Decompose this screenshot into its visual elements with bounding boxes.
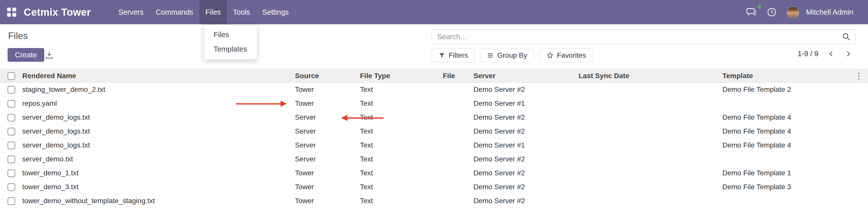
row-checkbox[interactable] [8, 142, 15, 149]
cell-template: Demo File Template 4 [716, 124, 868, 139]
table-row[interactable]: server_demo.txt Server Text Demo Server … [0, 152, 868, 166]
messages-icon[interactable]: 4 [746, 7, 756, 18]
cell-source: Server [289, 124, 354, 139]
filters-button[interactable]: Filters [432, 49, 475, 62]
files-list-table: Rendered Name Source File Type File Serv… [0, 69, 868, 208]
cell-source: Tower [289, 180, 354, 194]
column-header-file[interactable]: File [437, 69, 467, 83]
search-icon[interactable] [842, 32, 850, 41]
cell-template: Demo File Template 3 [716, 180, 868, 194]
pager-previous-button[interactable] [828, 50, 835, 58]
chevron-right-icon [844, 50, 852, 58]
cell-file-type: Text [354, 124, 437, 139]
table-row[interactable]: tower_demo_3.txt Tower Text Demo Server … [0, 180, 868, 194]
cell-server: Demo Server #1 [467, 139, 572, 152]
cell-source: Server [289, 139, 354, 152]
column-header-server[interactable]: Server [467, 69, 572, 83]
dropdown-item-templates[interactable]: Templates [204, 42, 257, 56]
cell-last-sync-date [572, 124, 716, 139]
group-by-bars-icon [487, 52, 494, 59]
table-row[interactable]: tower_demo_without_template_staging.txt … [0, 194, 868, 208]
table-row[interactable]: server_demo_logs.txt Server Text Demo Se… [0, 139, 868, 152]
activities-clock-icon[interactable] [767, 7, 777, 17]
cell-last-sync-date [572, 111, 716, 124]
cell-template: Demo File Template 4 [716, 139, 868, 152]
cell-rendered-name: server_demo.txt [16, 152, 289, 166]
cell-file [437, 152, 467, 166]
download-icon [45, 51, 54, 60]
row-checkbox[interactable] [8, 114, 15, 121]
row-checkbox[interactable] [8, 86, 15, 94]
table-row[interactable]: tower_demo_1.txt Tower Text Demo Server … [0, 166, 868, 180]
row-checkbox[interactable] [8, 128, 15, 135]
cell-file [437, 111, 467, 124]
cell-server: Demo Server #2 [467, 83, 572, 97]
cell-last-sync-date [572, 152, 716, 166]
cell-source: Tower [289, 97, 354, 111]
cell-file-type: Text [354, 152, 437, 166]
cell-file [437, 139, 467, 152]
table-row[interactable]: server_demo_logs.txt Server Text Demo Se… [0, 124, 868, 139]
cell-server: Demo Server #2 [467, 111, 572, 124]
cell-last-sync-date [572, 139, 716, 152]
cell-last-sync-date [572, 180, 716, 194]
chat-bubble-icon [746, 7, 756, 18]
app-brand[interactable]: Cetmix Tower [24, 7, 91, 18]
row-checkbox[interactable] [8, 183, 15, 191]
cell-server: Demo Server #1 [467, 97, 572, 111]
row-checkbox[interactable] [8, 100, 15, 108]
row-checkbox[interactable] [8, 170, 15, 177]
main-menu: Servers Commands Files Tools Settings [112, 0, 295, 24]
row-checkbox[interactable] [8, 197, 15, 205]
create-button[interactable]: Create [8, 48, 44, 62]
user-avatar[interactable] [787, 6, 799, 18]
cell-file-type: Text [354, 97, 437, 111]
pager-range: 1-9 / 9 [798, 50, 818, 58]
cell-rendered-name: server_demo_logs.txt [16, 111, 289, 124]
table-row[interactable]: server_demo_logs.txt Server Text Demo Se… [0, 111, 868, 124]
cell-file [437, 124, 467, 139]
column-header-rendered-name[interactable]: Rendered Name [16, 69, 289, 83]
search-input[interactable] [437, 33, 842, 41]
cell-rendered-name: tower_demo_1.txt [16, 166, 289, 180]
cell-rendered-name: server_demo_logs.txt [16, 139, 289, 152]
cell-file-type: Text [354, 180, 437, 194]
cell-source: Server [289, 152, 354, 166]
menu-settings[interactable]: Settings [256, 0, 295, 24]
table-header-row: Rendered Name Source File Type File Serv… [0, 69, 868, 83]
menu-tools[interactable]: Tools [227, 0, 256, 24]
cell-server: Demo Server #2 [467, 194, 572, 208]
column-header-template[interactable]: Template [716, 69, 868, 83]
star-icon [547, 52, 554, 59]
apps-grid-icon[interactable] [7, 8, 16, 17]
filter-bar: Filters Group By Favorites [432, 49, 593, 62]
menu-files[interactable]: Files [199, 0, 227, 24]
page-title: Files [8, 30, 28, 41]
cell-last-sync-date [572, 83, 716, 97]
column-options-toggle-icon[interactable]: ⋮ [854, 70, 864, 82]
table-row[interactable]: repos.yaml Tower Text Demo Server #1 [0, 97, 868, 111]
cell-file [437, 83, 467, 97]
user-name[interactable]: Mitchell Admin [806, 8, 853, 17]
menu-commands[interactable]: Commands [150, 0, 199, 24]
menu-servers[interactable]: Servers [112, 0, 150, 24]
table-row[interactable]: staging_tower_demo_2.txt Tower Text Demo… [0, 83, 868, 97]
cell-last-sync-date [572, 166, 716, 180]
cell-rendered-name: tower_demo_without_template_staging.txt [16, 194, 289, 208]
group-by-button[interactable]: Group By [480, 49, 534, 62]
column-header-file-type[interactable]: File Type [354, 69, 437, 83]
column-header-source[interactable]: Source [289, 69, 354, 83]
select-all-checkbox[interactable] [8, 72, 15, 80]
cell-server: Demo Server #2 [467, 124, 572, 139]
cell-source: Tower [289, 83, 354, 97]
cell-last-sync-date [572, 97, 716, 111]
cell-server: Demo Server #2 [467, 166, 572, 180]
row-checkbox[interactable] [8, 156, 15, 163]
files-dropdown-menu: Files Templates [204, 24, 257, 60]
favorites-button[interactable]: Favorites [540, 49, 593, 62]
column-header-last-sync-date[interactable]: Last Sync Date [572, 69, 716, 83]
pager-next-button[interactable] [844, 50, 852, 58]
cell-rendered-name: staging_tower_demo_2.txt [16, 83, 289, 97]
dropdown-item-files[interactable]: Files [204, 28, 257, 42]
download-export-button[interactable] [42, 49, 57, 62]
